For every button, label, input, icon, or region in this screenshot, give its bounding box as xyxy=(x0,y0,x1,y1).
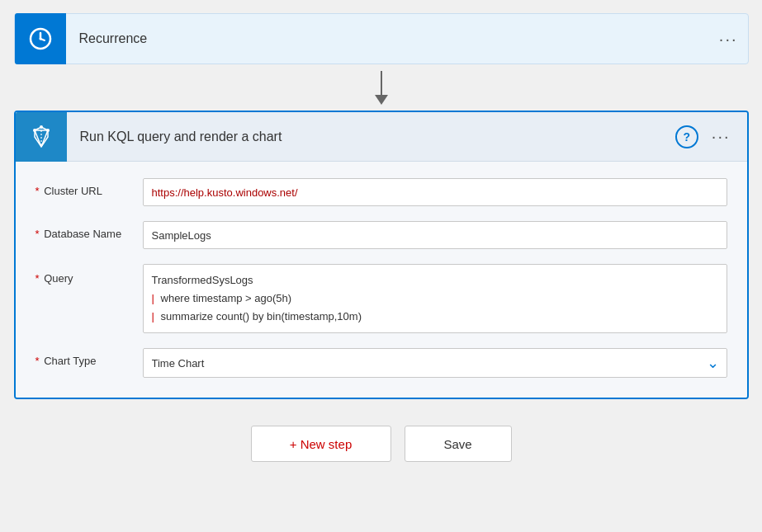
required-star-3: * xyxy=(35,272,40,285)
recurrence-title: Recurrence xyxy=(66,31,709,46)
chart-type-wrapper: Time Chart Bar Chart Pie Chart Line Char… xyxy=(143,348,727,378)
kql-header-actions: ? ··· xyxy=(675,120,747,153)
chart-type-select[interactable]: Time Chart Bar Chart Pie Chart Line Char… xyxy=(143,348,727,378)
kql-body: * Cluster URL * Database Name * Query xyxy=(16,162,747,398)
query-label: * Query xyxy=(35,264,143,285)
query-input[interactable]: TransformedSysLogs | where timestamp > a… xyxy=(143,264,727,333)
bottom-actions: + New step Save xyxy=(251,426,512,462)
svg-point-9 xyxy=(40,125,43,129)
kql-more-button[interactable]: ··· xyxy=(702,120,741,153)
cluster-url-label: * Cluster URL xyxy=(35,178,143,197)
database-name-input[interactable] xyxy=(143,221,727,249)
recurrence-card: Recurrence ··· xyxy=(14,13,749,64)
kql-header: Run KQL query and render a chart ? ··· xyxy=(16,112,747,162)
required-star-2: * xyxy=(35,228,40,240)
arrow-connector xyxy=(14,64,749,111)
svg-point-11 xyxy=(46,129,50,132)
cluster-url-input[interactable] xyxy=(143,178,727,206)
save-button[interactable]: Save xyxy=(405,426,512,462)
recurrence-more-button[interactable]: ··· xyxy=(709,23,748,55)
kql-card: Run KQL query and render a chart ? ··· *… xyxy=(14,111,749,399)
cluster-url-row: * Cluster URL xyxy=(35,178,727,206)
svg-line-4 xyxy=(32,31,35,33)
page-wrapper: Recurrence ··· xyxy=(0,0,762,532)
svg-point-10 xyxy=(33,129,36,132)
query-line-1: TransformedSysLogs xyxy=(152,271,718,290)
save-label: Save xyxy=(443,437,471,451)
chart-type-label: * Chart Type xyxy=(35,348,143,367)
help-button[interactable]: ? xyxy=(675,125,698,148)
new-step-button[interactable]: + New step xyxy=(251,426,391,462)
recurrence-icon xyxy=(15,13,66,64)
required-star-4: * xyxy=(35,355,40,367)
query-line-2: | where timestamp > ago(5h) xyxy=(152,290,718,308)
arrow-head-icon xyxy=(375,95,388,105)
kql-icon xyxy=(16,112,67,162)
query-row: * Query TransformedSysLogs | where times… xyxy=(35,264,727,333)
required-star: * xyxy=(35,185,40,197)
query-line-3: | summarize count() by bin(timestamp,10m… xyxy=(152,308,718,326)
chart-type-row: * Chart Type Time Chart Bar Chart Pie Ch… xyxy=(35,348,727,378)
database-name-label: * Database Name xyxy=(35,221,143,240)
svg-line-5 xyxy=(46,31,49,33)
svg-line-3 xyxy=(40,39,45,40)
new-step-label: + New step xyxy=(290,437,352,451)
database-name-row: * Database Name xyxy=(35,221,727,249)
kql-title: Run KQL query and render a chart xyxy=(67,129,675,144)
